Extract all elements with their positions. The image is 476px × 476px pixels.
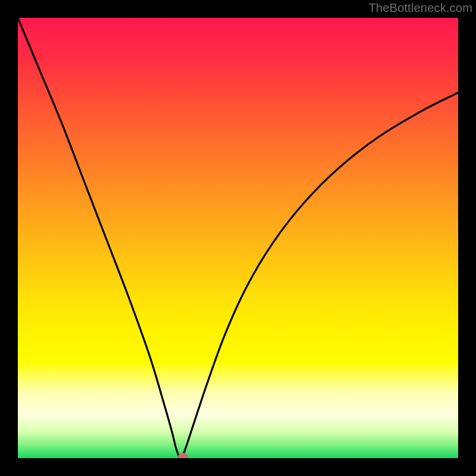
- optimum-marker: [178, 453, 188, 458]
- watermark-text: TheBottleneck.com: [368, 1, 472, 15]
- bottleneck-curve: [18, 18, 458, 458]
- plot-area: [18, 18, 458, 458]
- curve-svg: [18, 18, 458, 458]
- chart-frame: TheBottleneck.com: [0, 0, 476, 476]
